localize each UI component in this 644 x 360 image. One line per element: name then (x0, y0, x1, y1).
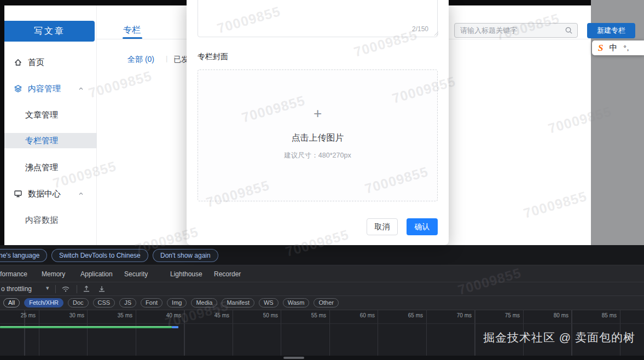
throttling-select[interactable]: o throttling (1, 285, 32, 293)
filter-chip[interactable]: Other (314, 298, 339, 307)
ime-punct-mode[interactable]: °, (623, 44, 629, 52)
sogou-logo: S (598, 43, 603, 54)
tab-application[interactable]: Application (80, 270, 113, 278)
sidebar-item-label: 沸点管理 (25, 162, 58, 173)
ruler-label: 60 ms (343, 312, 375, 318)
filter-chip[interactable]: Media (191, 298, 217, 307)
page-left-strip (0, 5, 4, 245)
cover-label: 专栏封面 (198, 52, 228, 62)
upload-cover-dropzone[interactable]: + 点击上传图片 建议尺寸：480*270px (198, 69, 438, 201)
filter-chip[interactable]: Font (141, 298, 163, 307)
watermark: 70009855 (521, 188, 589, 222)
filter-chip[interactable]: All (3, 298, 20, 307)
sidebar-item-pins-management[interactable]: 沸点管理 (4, 160, 97, 175)
ruler-label: 25 ms (4, 312, 36, 318)
home-icon (14, 58, 22, 67)
monitor-icon (14, 189, 22, 198)
toolbar-divider (77, 285, 77, 293)
network-overview-timeline[interactable]: 25 ms 30 ms 35 ms 40 ms 45 ms 50 ms 55 m… (0, 310, 644, 356)
filter-chip[interactable]: WS (259, 298, 279, 307)
infobar-dont-show-button[interactable]: Don't show again (153, 249, 218, 262)
tab-lighthouse[interactable]: Lighthouse (170, 270, 202, 278)
filter-chip[interactable]: Fetch/XHR (24, 298, 63, 307)
dropdown-caret-icon[interactable]: ▾ (46, 284, 49, 292)
ruler-divider (0, 323, 644, 324)
ime-indicator: S 中 °, (592, 40, 644, 55)
sidebar-item-article-management[interactable]: 文章管理 (4, 107, 97, 123)
tab-performance[interactable]: formance (0, 270, 27, 278)
ruler-label: 80 ms (537, 312, 568, 318)
tab-recorder[interactable]: Recorder (214, 270, 241, 278)
filter-chip[interactable]: JS (119, 298, 136, 307)
ruler-label: 50 ms (246, 312, 278, 318)
ruler-label: 35 ms (101, 312, 132, 318)
ruler-label: 30 ms (53, 312, 84, 318)
screen: 写文章 首页 内容管理 文章管理 专栏管理 沸点管理 数据中心 内容数据 (0, 0, 644, 360)
export-har-icon[interactable] (97, 284, 106, 293)
infobar-language-button[interactable]: ne's language (0, 249, 47, 262)
tab-security[interactable]: Security (124, 270, 148, 278)
devtools-infobar: ne's language Switch DevTools to Chinese… (0, 245, 644, 265)
devtools-tab-bar: formance Memory Application Security Lig… (0, 265, 644, 282)
search-icon[interactable] (565, 26, 577, 34)
new-column-modal: 2/150 专栏封面 + 点击上传图片 建议尺寸：480*270px 取消 确认 (187, 0, 449, 245)
search-input[interactable] (455, 26, 565, 34)
ruler-label: 65 ms (391, 312, 423, 318)
char-counter: 2/150 (412, 25, 428, 33)
cancel-button[interactable]: 取消 (367, 218, 398, 235)
ruler-label: 70 ms (440, 312, 472, 318)
sidebar-item-content-data[interactable]: 内容数据 (4, 212, 97, 228)
toolbar-divider (55, 285, 56, 293)
horizontal-scrollbar-thumb[interactable] (283, 357, 304, 359)
resize-grip-icon[interactable] (434, 31, 439, 36)
sidebar-item-data-center[interactable]: 数据中心 (4, 186, 97, 201)
chevron-up-icon[interactable] (77, 190, 85, 198)
sidebar-item-content-management[interactable]: 内容管理 (4, 81, 97, 96)
ruler-label: 75 ms (488, 312, 520, 318)
network-conditions-icon[interactable] (61, 284, 70, 293)
devtools-panel: ne's language Switch DevTools to Chinese… (0, 245, 644, 360)
devtools-bottom-scrollbar (0, 356, 644, 360)
sidebar-item-label: 专栏管理 (25, 136, 58, 146)
infobar-switch-chinese-button[interactable]: Switch DevTools to Chinese (51, 249, 148, 262)
chevron-up-icon[interactable] (77, 85, 85, 92)
sidebar-item-column-management[interactable]: 专栏管理 (4, 133, 97, 148)
search-box (454, 23, 578, 38)
tab-memory[interactable]: Memory (42, 270, 65, 278)
sidebar-item-label: 首页 (28, 57, 44, 68)
write-article-button[interactable]: 写文章 (4, 21, 95, 42)
tab-columns[interactable]: 专栏 (123, 25, 141, 36)
request-type-filter-bar: All Fetch/XHR Doc CSS JS Font Img Media … (0, 296, 644, 310)
sidebar-item-label: 数据中心 (28, 189, 61, 199)
network-activity-tip (172, 326, 178, 328)
filter-chip[interactable]: Manifest (222, 298, 254, 307)
ruler-label: 40 ms (149, 312, 181, 318)
filter-chip[interactable]: Img (167, 298, 187, 307)
ime-lang-mode[interactable]: 中 (609, 43, 617, 53)
filter-chip[interactable]: Wasm (283, 298, 310, 307)
confirm-button[interactable]: 确认 (407, 218, 438, 235)
sidebar-item-label: 文章管理 (25, 110, 58, 120)
network-toolbar: o throttling ▾ (0, 282, 644, 296)
sidebar-item-home[interactable]: 首页 (4, 55, 97, 70)
upload-text: 点击上传图片 (198, 132, 437, 144)
filter-chip[interactable]: Doc (68, 298, 89, 307)
column-description-textarea[interactable] (198, 0, 438, 37)
sidebar-item-label: 内容管理 (28, 84, 61, 94)
ruler-label: 45 ms (198, 312, 229, 318)
filter-all[interactable]: 全部 (0) (127, 55, 154, 65)
network-activity-bar (0, 326, 172, 328)
layers-icon (14, 84, 22, 93)
new-column-button[interactable]: 新建专栏 (587, 23, 635, 38)
upload-hint: 建议尺寸：480*270px (198, 151, 437, 160)
import-har-icon[interactable] (82, 284, 91, 293)
filter-chip[interactable]: CSS (93, 298, 115, 307)
brand-watermark: 掘金技术社区 @ 卖面包的树 (483, 330, 635, 345)
sidebar-item-label: 内容数据 (25, 215, 58, 225)
filter-divider: | (166, 54, 167, 62)
ruler-label: 85 ms (585, 312, 617, 318)
plus-icon: + (198, 106, 437, 120)
ruler-label: 55 ms (294, 312, 326, 318)
